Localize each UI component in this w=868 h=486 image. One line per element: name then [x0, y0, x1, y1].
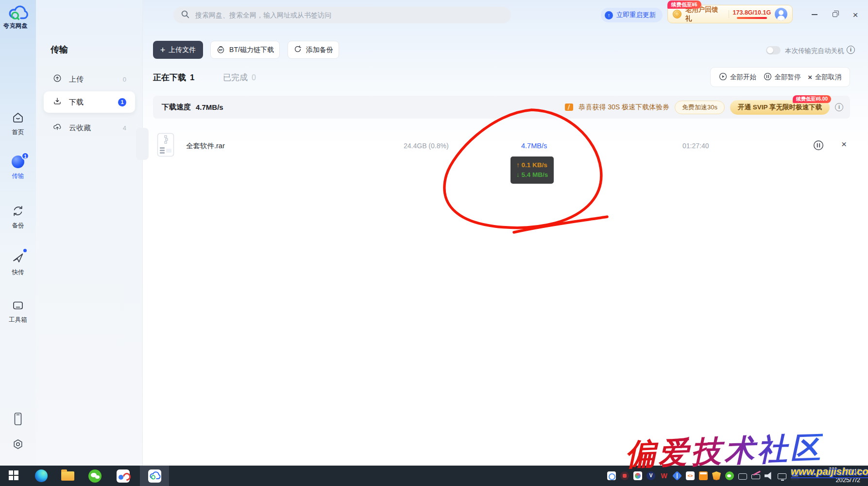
tray-v-app-icon[interactable]: V [647, 471, 655, 480]
restore-button[interactable] [828, 9, 842, 20]
free-accelerate-button[interactable]: 免费加速30s [675, 101, 725, 114]
tray-security-shield-icon[interactable] [712, 471, 721, 480]
tray-netdisk-color-icon[interactable] [633, 471, 642, 480]
play-circle-icon [719, 72, 727, 82]
update-button-label: 立即重启更新 [616, 11, 656, 19]
rail-item-home[interactable]: 首页 [0, 111, 36, 137]
tab-downloading-label: 正在下载 [153, 72, 186, 83]
bt-magnet-download-button[interactable]: BT BT/磁力链下载 [210, 41, 280, 59]
divider [729, 10, 729, 18]
tray-display-icon[interactable] [778, 473, 786, 479]
tray-quark-cloud-icon[interactable] [607, 471, 616, 480]
storage-usage: 173.8G/10.1G [733, 9, 771, 19]
transfer-sidebar: 传输 上传 0 下载 1 [36, 0, 143, 466]
row-pause-button[interactable] [813, 140, 824, 151]
wechat-icon[interactable] [88, 469, 102, 483]
quick-send-icon [11, 251, 25, 264]
cloud-collect-icon [52, 122, 62, 134]
batch-actions-bar: 全部开始 全部暂停 × 全部取消 [710, 67, 850, 87]
windows-taskbar: V W <> 20:11 2025/7/2 [0, 466, 868, 486]
transfer-sphere-icon: 1 [11, 156, 25, 169]
tooltip-download-speed: ↓ 5.4 MB/s [516, 170, 548, 180]
sidebar-item-cloud-fav[interactable]: 云收藏 4 [44, 120, 135, 136]
upload-circle-icon [52, 73, 62, 85]
speed-value: 4.7MB/s [196, 103, 223, 111]
speed-tooltip: ↑ 0.1 KB/s ↓ 5.4 MB/s [511, 156, 554, 184]
tab-downloading-count: 1 [190, 73, 194, 83]
minimize-button[interactable] [807, 9, 822, 20]
edge-browser-icon[interactable] [35, 469, 48, 482]
tray-dev-tool-icon[interactable]: <> [686, 471, 695, 480]
rail-item-backup[interactable]: 备份 [0, 204, 36, 230]
app-title: 夸克网盘 [3, 22, 34, 30]
search-input[interactable] [194, 11, 503, 19]
tray-input-method-icon[interactable] [791, 471, 800, 480]
storage-text: 173.8G/10.1G [733, 9, 771, 16]
open-svip-label: 开通 SVIP 享无限时极速下载 [738, 104, 822, 111]
download-speed-bar: 下载速度 4.7MB/s 恭喜获得 30S 极速下载体验券 免费加速30s 开通… [153, 96, 850, 119]
rail-label-backup: 备份 [0, 222, 36, 230]
quick-send-notification-dot [23, 249, 27, 252]
rail-item-mobile[interactable] [0, 412, 36, 428]
baidu-netdisk-icon[interactable] [117, 469, 130, 483]
cancel-all-button[interactable]: × 全部取消 [808, 73, 841, 82]
restart-update-button[interactable]: ↑ 立即重启更新 [601, 8, 663, 22]
speed-info-icon[interactable]: i [835, 103, 843, 111]
rail-label-toolbox: 工具箱 [0, 316, 36, 324]
add-backup-button[interactable]: 添加备份 [288, 41, 339, 59]
add-backup-label: 添加备份 [306, 46, 333, 54]
refresh-icon [293, 45, 302, 55]
rail-label-quick-send: 快传 [0, 268, 36, 277]
row-cancel-button[interactable]: × [841, 139, 847, 149]
rail-item-settings[interactable] [0, 438, 36, 453]
upload-file-button[interactable]: + 上传文件 [153, 41, 203, 59]
quark-logo-icon [7, 4, 29, 21]
tab-completed[interactable]: 已完成 0 [223, 72, 256, 83]
tray-browser-window-icon[interactable] [699, 471, 708, 480]
start-all-label: 全部开始 [730, 73, 756, 82]
renew-price-badge: 续费低至¥6 [667, 0, 701, 9]
left-rail: 夸克网盘 首页 1 传输 [0, 0, 36, 466]
upload-count: 0 [123, 76, 126, 83]
user-avatar[interactable] [775, 8, 787, 20]
coupon-ticket-icon [565, 104, 573, 111]
sidebar-label-upload: 上传 [69, 75, 84, 84]
file-explorer-icon[interactable] [61, 471, 74, 481]
upload-file-label: 上传文件 [169, 46, 196, 54]
search-icon [181, 10, 189, 20]
rail-item-transfer[interactable]: 1 传输 [0, 156, 36, 180]
rail-item-quick-send[interactable]: 快传 [0, 251, 36, 277]
toolbox-icon [11, 298, 25, 312]
sidebar-item-download[interactable]: 下载 1 [44, 91, 135, 113]
clock-time: 20:11 [835, 468, 860, 476]
restore-icon [833, 12, 837, 17]
system-tray: V W <> [607, 471, 800, 480]
rar-file-icon [157, 133, 174, 159]
rail-label-home: 首页 [0, 128, 36, 137]
taskbar-clock[interactable]: 20:11 2025/7/2 [835, 468, 860, 484]
tray-thunder-icon[interactable] [672, 471, 682, 481]
tray-usb-pen-icon[interactable] [751, 474, 760, 479]
auto-shutdown-info-icon[interactable]: i [847, 46, 855, 54]
tab-downloading[interactable]: 正在下载 1 [153, 72, 194, 83]
quark-netdisk-taskbar-icon[interactable] [148, 469, 161, 483]
rail-item-toolbox[interactable]: 工具箱 [0, 298, 36, 324]
pause-all-button[interactable]: 全部暂停 [764, 72, 801, 82]
auto-shutdown-toggle[interactable] [766, 46, 781, 54]
search-bar[interactable] [173, 7, 511, 23]
download-filename[interactable]: 全套软件.rar [186, 141, 225, 151]
start-all-button[interactable]: 全部开始 [719, 72, 756, 82]
tooltip-upload-speed: ↑ 0.1 KB/s [516, 160, 548, 170]
tray-volume-icon[interactable] [765, 471, 773, 480]
close-button[interactable]: × [848, 9, 863, 20]
tray-scanner-icon[interactable] [738, 473, 747, 480]
download-count-badge: 1 [118, 98, 126, 106]
windows-start-button[interactable] [9, 470, 19, 481]
tray-wps-icon[interactable]: W [660, 471, 668, 480]
open-svip-button[interactable]: 开通 SVIP 享无限时极速下载 续费低至¥6.00 [730, 100, 830, 115]
tray-wechat-icon[interactable] [725, 471, 734, 480]
sidebar-item-upload[interactable]: 上传 0 [44, 71, 135, 87]
download-speed-value: 4.7MB/s [521, 142, 547, 150]
tray-downloader-icon[interactable] [620, 471, 629, 480]
plus-icon: + [160, 46, 166, 54]
